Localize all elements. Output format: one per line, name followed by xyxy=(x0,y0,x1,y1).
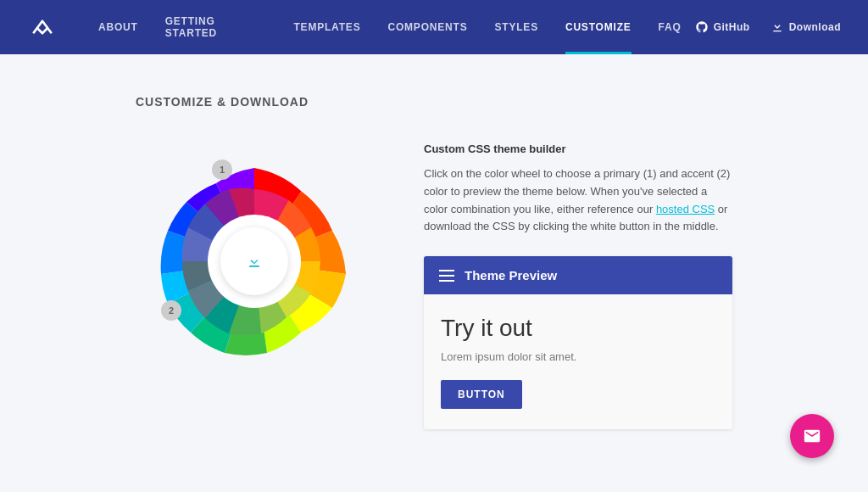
theme-preview-header: Theme Preview xyxy=(424,256,732,294)
panel-subtitle: Custom CSS theme builder xyxy=(424,143,732,155)
preview-heading: Try it out xyxy=(441,315,715,342)
hosted-css-link[interactable]: hosted CSS xyxy=(656,203,715,215)
nav-getting-started[interactable]: GETTING STARTED xyxy=(152,0,281,54)
preview-button[interactable]: BUTTON xyxy=(441,380,522,409)
navbar: ABOUT GETTING STARTED TEMPLATES COMPONEN… xyxy=(0,0,868,54)
nav-styles[interactable]: STYLES xyxy=(481,0,551,54)
nav-faq[interactable]: FAQ xyxy=(645,0,695,54)
color-wheel-container: 1 2 xyxy=(136,143,373,380)
wheel-download-icon xyxy=(246,253,263,270)
download-link[interactable]: Download xyxy=(771,20,841,34)
nav-right: GitHub Download xyxy=(695,20,841,34)
right-panel: Custom CSS theme builder Click on the co… xyxy=(424,143,732,429)
wheel-download-button[interactable] xyxy=(220,227,288,295)
nav-customize[interactable]: CUSTOMIZE xyxy=(552,0,645,54)
hamburger-icon[interactable] xyxy=(439,270,454,282)
preview-text: Lorem ipsum dolor sit amet. xyxy=(441,350,715,363)
theme-preview-body: Try it out Lorem ipsum dolor sit amet. B… xyxy=(424,294,732,429)
panel-desc: Click on the color wheel to choose a pri… xyxy=(424,165,732,236)
nav-templates[interactable]: TEMPLATES xyxy=(280,0,374,54)
github-icon xyxy=(695,20,709,34)
github-link[interactable]: GitHub xyxy=(695,20,750,34)
logo[interactable] xyxy=(27,12,58,42)
content-area: 1 2 xyxy=(136,143,732,429)
nav-about[interactable]: ABOUT xyxy=(85,0,152,54)
theme-preview: Theme Preview Try it out Lorem ipsum dol… xyxy=(424,256,732,429)
main-content: CUSTOMIZE & DOWNLOAD 1 2 xyxy=(0,54,868,470)
email-icon xyxy=(803,427,821,445)
color-label-1: 1 xyxy=(212,159,232,180)
fab-button[interactable] xyxy=(790,414,834,458)
page-title: CUSTOMIZE & DOWNLOAD xyxy=(136,95,732,109)
nav-components[interactable]: COMPONENTS xyxy=(374,0,481,54)
theme-preview-title: Theme Preview xyxy=(465,268,557,282)
download-nav-icon xyxy=(771,20,784,34)
nav-links: ABOUT GETTING STARTED TEMPLATES COMPONEN… xyxy=(85,0,695,54)
color-label-2: 2 xyxy=(161,300,181,321)
